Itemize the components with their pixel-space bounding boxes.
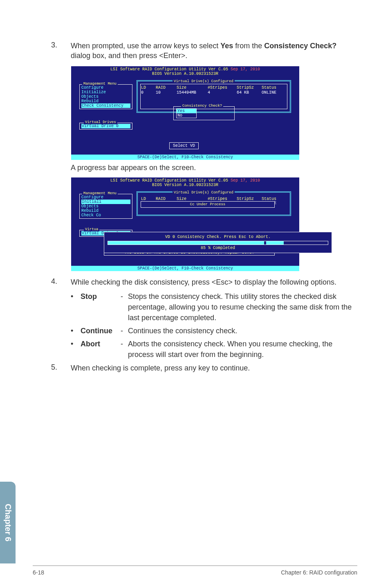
under-process-box: Cc Under Process: [141, 201, 275, 208]
vd-col-stripsz: StripSz: [237, 85, 259, 90]
progress-caption: A progress bar appears on the screen.: [71, 164, 357, 172]
bios-screenshot-1: LSI Software RAID Configuration Utility …: [71, 66, 300, 160]
bullet-icon: •: [71, 339, 81, 360]
page-footer: 6-18 Chapter 6: RAID configuration: [33, 566, 357, 576]
text-frag-yes: Yes: [220, 42, 233, 50]
step-number: 5.: [51, 363, 71, 373]
bios-header: LSI Software RAID Configuration Utility …: [71, 66, 299, 77]
vd-legend: Virtual Drive(s) Configured: [173, 191, 235, 195]
vd-data-row: 0 10 154494MB 4 64 KB ONLINE: [141, 90, 287, 95]
bios-title-b: Sep 17, 2010: [231, 178, 260, 183]
menu-legend: Management Menu: [82, 82, 118, 86]
menu-item-initialize[interactable]: Initialize: [81, 90, 130, 94]
vd-header-row: LD RAID Size #Stripes StripSz Status: [141, 85, 287, 90]
menu-item-configure[interactable]: Configure: [81, 195, 130, 200]
menu-item-objects[interactable]: Objects: [81, 204, 130, 209]
vd-val-raid: 10: [156, 90, 174, 95]
bios-screenshot-2: LSI Software RAID Configuration Utility …: [71, 177, 300, 272]
vd-col-ld: LD: [141, 85, 153, 90]
bios-header: LSI Software RAID Configuration Utility …: [71, 177, 299, 188]
help-bar: SPACE-(De)Select, F10-Check Consistency: [71, 155, 299, 160]
text-frag: When prompted, use the arrow keys to sel…: [71, 42, 220, 50]
option-term: Continue: [81, 325, 121, 336]
vdrives-legend: Virtua: [84, 227, 99, 231]
chapter-title: Chapter 6: RAID configuration: [281, 569, 357, 576]
management-menu: Management Menu Configure Initiali Objec…: [79, 194, 132, 219]
text-frag: from the: [233, 42, 264, 50]
select-vd-button[interactable]: Select VD: [169, 142, 199, 149]
progress-bar: [108, 241, 328, 245]
vdrives-legend: Virtual Drives: [84, 120, 117, 124]
step-text: When prompted, use the arrow keys to sel…: [71, 41, 357, 61]
step-number: 4.: [51, 277, 71, 287]
bios-title-a: LSI Software RAID Configuration Utility …: [110, 67, 231, 72]
menu-item-initialize[interactable]: Initiali: [81, 200, 130, 204]
cc-option-no[interactable]: No: [177, 113, 196, 118]
bios-title-c: BIOS Version A.10.09231523R: [152, 183, 218, 187]
cc-option-yes[interactable]: Yes: [177, 109, 196, 113]
bios-title-c: BIOS Version A.10.09231523R: [152, 72, 218, 76]
step-3: 3. When prompted, use the arrow keys to …: [51, 41, 357, 61]
text-frag-ccheck: Consistency Check?: [264, 42, 336, 50]
option-stop: • Stop - Stops the consistency check. Th…: [71, 291, 357, 323]
menu-legend: Management Menu: [82, 191, 118, 195]
bullet-sep: -: [121, 325, 128, 336]
vd-col-size: Size: [177, 85, 205, 90]
page-number: 6-18: [33, 569, 44, 576]
step-4: 4. While checking the disk consistency, …: [51, 277, 357, 287]
option-term: Stop: [81, 291, 121, 323]
progress-box: VD 0 Consistency Check. Press Esc to Abo…: [104, 232, 332, 253]
bullet-icon: •: [71, 325, 81, 336]
vd-val-status: ONLINE: [262, 90, 282, 95]
vd-col-stripes: #Stripes: [208, 85, 234, 90]
option-desc: Continues the consistency check.: [128, 325, 357, 336]
bullet-icon: •: [71, 291, 81, 323]
menu-item-rebuild[interactable]: Rebuild: [81, 99, 130, 103]
vd-val-ld: 0: [141, 90, 153, 95]
bios-title-a: LSI Software RAID Configuration Utility …: [110, 178, 231, 183]
menu-item-check-consistency[interactable]: Check Co: [81, 213, 130, 218]
cc-legend: Consistency Check?: [181, 104, 223, 108]
vd-col-status: Status: [262, 85, 282, 90]
menu-item-objects[interactable]: Objects: [81, 94, 130, 99]
step-5: 5. When checking is complete, press any …: [51, 363, 357, 373]
option-desc: Aborts the consistency check. When you r…: [128, 339, 357, 360]
bios-title-b: Sep 17, 2010: [231, 67, 260, 72]
chapter-tab-label: Chapter 6: [3, 504, 13, 541]
consistency-check-dialog: Consistency Check? Yes No: [173, 106, 235, 120]
chapter-tab: Chapter 6: [0, 482, 16, 563]
progress-percent: 85 % Completed: [108, 245, 328, 250]
abort-message: VD 0 Consistency Check. Press Esc to Abo…: [108, 235, 328, 239]
menu-item-configure[interactable]: Configure: [81, 85, 130, 90]
vd-val-stripes: 4: [208, 90, 234, 95]
virtual-drive-0[interactable]: Virtual Drive 0: [81, 124, 130, 128]
option-continue: • Continue - Continues the consistency c…: [71, 325, 357, 336]
management-menu: Management Menu Configure Initialize Obj…: [79, 84, 132, 109]
step-text: When checking is complete, press any key…: [71, 363, 357, 373]
virtual-drives-box: Virtual Drives Virtual Drive 0: [79, 123, 132, 130]
vd-col-raid: RAID: [156, 85, 174, 90]
options-list: • Stop - Stops the consistency check. Th…: [71, 291, 357, 360]
step-number: 3.: [51, 41, 71, 61]
menu-item-rebuild[interactable]: Rebuild: [81, 209, 130, 213]
bullet-sep: -: [121, 339, 128, 360]
text-frag: dialog box, and then press <Enter>.: [71, 52, 187, 60]
vd-val-size: 154494MB: [177, 90, 205, 95]
option-term: Abort: [81, 339, 121, 360]
vd-val-stripsz: 64 KB: [237, 90, 259, 95]
option-desc: Stops the consistency check. This utilit…: [128, 291, 357, 323]
vd-legend: Virtual Drive(s) Configured: [173, 79, 235, 83]
help-bar: SPACE-(De)Select, F10-Check Consistency: [71, 266, 299, 271]
menu-item-check-consistency[interactable]: Check Consistency: [81, 103, 130, 108]
step-text: While checking the disk consistency, pre…: [71, 277, 357, 287]
bullet-sep: -: [121, 291, 128, 323]
option-abort: • Abort - Aborts the consistency check. …: [71, 339, 357, 360]
